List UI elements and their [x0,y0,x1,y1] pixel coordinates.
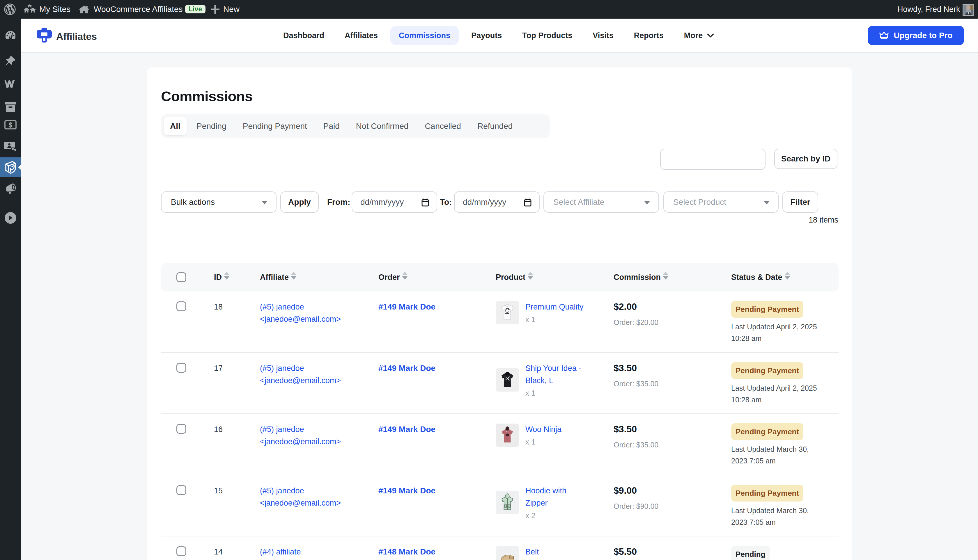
svg-text:$: $ [9,121,13,129]
